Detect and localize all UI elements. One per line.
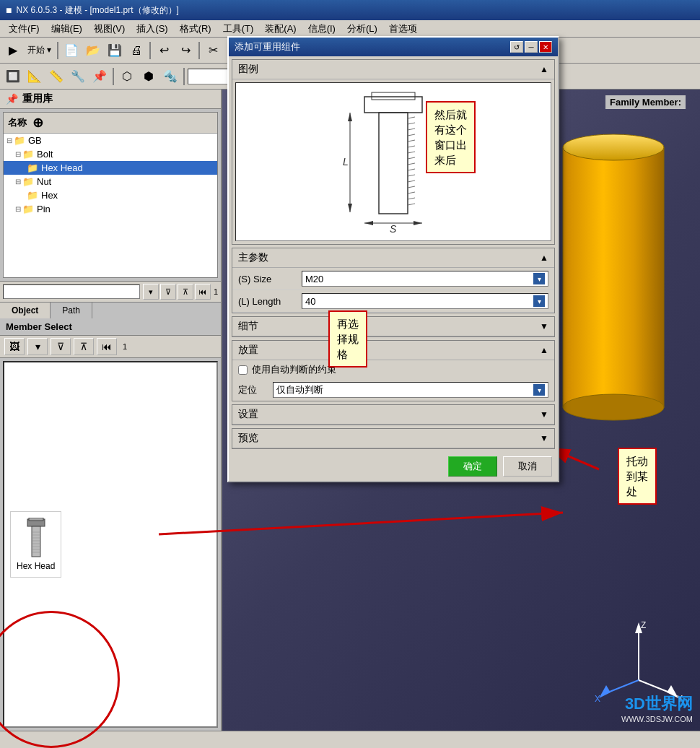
svg-line-44 (408, 198, 415, 199)
start-button[interactable]: ▶ (3, 40, 23, 61)
menu-info[interactable]: 信息(I) (302, 21, 341, 37)
filter-funnel-x-btn[interactable]: ⊼ (178, 284, 193, 300)
filter-first-btn[interactable]: ⏮ (195, 284, 211, 300)
length-select[interactable]: 40 ▾ (302, 293, 548, 309)
member-select-header: Member Select (0, 318, 221, 335)
expand-gb[interactable]: ⊟ (6, 136, 12, 144)
redo-btn[interactable]: ↪ (175, 40, 196, 61)
detail-arrow[interactable] (540, 321, 548, 331)
dialog-refresh-btn[interactable]: ↺ (510, 41, 523, 53)
member-filter-x-btn[interactable]: ⊼ (74, 338, 94, 355)
add-reusable-component-dialog: 添加可重用组件 ↺ ─ ✕ 图例 (227, 36, 559, 482)
member-thumbnail-btn[interactable]: 🖼 (4, 338, 25, 355)
tb2-btn4[interactable]: 🔧 (68, 66, 88, 87)
member-down-btn[interactable]: ▾ (27, 338, 48, 355)
preview-bottom-arrow[interactable] (540, 433, 548, 443)
open-btn[interactable]: 📂 (83, 40, 103, 61)
tree-item-hex-head[interactable]: 📁 Hex Head (4, 161, 217, 175)
svg-rect-29 (379, 113, 408, 214)
preview-bottom-header[interactable]: 预览 (232, 429, 554, 448)
undo-btn[interactable]: ↩ (154, 40, 174, 61)
size-select[interactable]: M20 ▾ (302, 271, 548, 287)
svg-line-35 (408, 146, 415, 147)
tree-item-bolt[interactable]: ⊟ 📁 Bolt (4, 147, 217, 161)
tb2-btn5[interactable]: 📌 (89, 66, 110, 87)
placement-label: 放置 (238, 344, 258, 357)
print-btn[interactable]: 🖨 (126, 40, 146, 61)
placement-section-header[interactable]: 放置 (232, 341, 554, 360)
settings-arrow[interactable] (540, 409, 548, 419)
length-label: (L) Length (238, 296, 296, 307)
tree-item-hex[interactable]: 📁 Hex (4, 188, 217, 202)
filter-down-btn[interactable]: ▾ (143, 284, 159, 300)
svg-marker-48 (414, 221, 422, 225)
dialog-title-buttons: ↺ ─ ✕ (510, 41, 552, 53)
main-params-arrow[interactable] (540, 253, 548, 263)
menu-preferences[interactable]: 首选项 (383, 21, 423, 37)
save-btn[interactable]: 💾 (105, 40, 125, 61)
menu-view[interactable]: 视图(V) (88, 21, 131, 37)
menu-tools[interactable]: 工具(T) (217, 21, 260, 37)
svg-line-33 (408, 134, 415, 136)
pin-icon: 📌 (6, 93, 18, 105)
tb2-btn3[interactable]: 📏 (46, 66, 66, 87)
position-select-arrow[interactable]: ▾ (533, 384, 545, 396)
expand-nut[interactable]: ⊟ (15, 178, 21, 186)
dialog-close-btn[interactable]: ✕ (539, 41, 552, 53)
member-filter-btn[interactable]: ⊽ (51, 338, 71, 355)
size-label: (S) Size (238, 274, 296, 284)
length-select-arrow[interactable]: ▾ (533, 295, 545, 307)
main-params-header[interactable]: 主参数 (232, 248, 554, 268)
preview-section-header[interactable]: 图例 (232, 60, 554, 79)
menu-analysis[interactable]: 分析(L) (341, 21, 383, 37)
settings-label: 设置 (238, 408, 258, 421)
svg-line-43 (408, 192, 415, 193)
svg-point-13 (563, 394, 664, 420)
position-select[interactable]: 仅自动判断 ▾ (273, 382, 548, 398)
reuse-tree[interactable]: 名称 ⊕ ⊟ 📁 GB ⊟ 📁 Bolt 📁 Hex Head (3, 112, 218, 278)
tree-item-pin[interactable]: ⊟ 📁 Pin (4, 202, 217, 216)
filter-funnel-btn[interactable]: ⊽ (160, 284, 176, 300)
cut-btn[interactable]: ✂ (203, 40, 223, 61)
tb2-btn2[interactable]: 📐 (25, 66, 45, 87)
tree-label-pin: Pin (37, 204, 51, 214)
settings-section-header[interactable]: 设置 (232, 405, 554, 425)
menu-file[interactable]: 文件(F) (3, 21, 45, 37)
size-select-arrow[interactable]: ▾ (533, 273, 545, 284)
svg-marker-27 (348, 204, 352, 212)
placement-arrow[interactable] (540, 345, 548, 355)
svg-text:Z: Z (641, 620, 646, 630)
separator-2 (149, 42, 151, 59)
expand-bolt[interactable]: ⊟ (15, 150, 21, 158)
preview-collapse-arrow[interactable] (540, 64, 548, 74)
circle-annotation (0, 611, 120, 748)
tb2-btn6[interactable]: ⬡ (117, 66, 137, 87)
menu-format[interactable]: 格式(R) (174, 21, 217, 37)
reuse-library-header: 📌 重用库 (0, 90, 221, 109)
member-grid[interactable]: Hex Head (3, 361, 218, 728)
detail-section-header[interactable]: 细节 (232, 317, 554, 336)
auto-constraint-checkbox[interactable] (238, 365, 248, 375)
tb2-btn7[interactable]: ⬢ (139, 66, 159, 87)
tree-item-nut[interactable]: ⊟ 📁 Nut (4, 175, 217, 188)
dialog-minimize-btn[interactable]: ─ (525, 41, 538, 53)
tree-item-gb[interactable]: ⊟ 📁 GB (4, 134, 217, 147)
tab-object[interactable]: Object (0, 303, 51, 318)
ok-button[interactable]: 确定 (448, 456, 497, 477)
hex-head-item[interactable]: Hex Head (10, 511, 61, 578)
folder-gb-icon: 📁 (14, 135, 25, 146)
app-icon: ■ (6, 4, 12, 16)
filter-input[interactable] (3, 284, 140, 299)
preview-content: L (232, 82, 554, 241)
tab-path[interactable]: Path (51, 303, 92, 318)
tb2-btn8[interactable]: 🔩 (160, 66, 180, 87)
model-btn[interactable]: 🔲 (3, 66, 23, 87)
cancel-button[interactable]: 取消 (503, 456, 552, 477)
expand-pin[interactable]: ⊟ (15, 205, 21, 213)
menu-edit[interactable]: 编辑(E) (45, 21, 88, 37)
folder-hexhead-icon: 📁 (27, 162, 38, 173)
member-prev-btn[interactable]: ⏮ (97, 338, 117, 355)
menu-insert[interactable]: 插入(S) (131, 21, 173, 37)
menu-assembly[interactable]: 装配(A) (259, 21, 302, 37)
new-btn[interactable]: 📄 (61, 40, 82, 61)
